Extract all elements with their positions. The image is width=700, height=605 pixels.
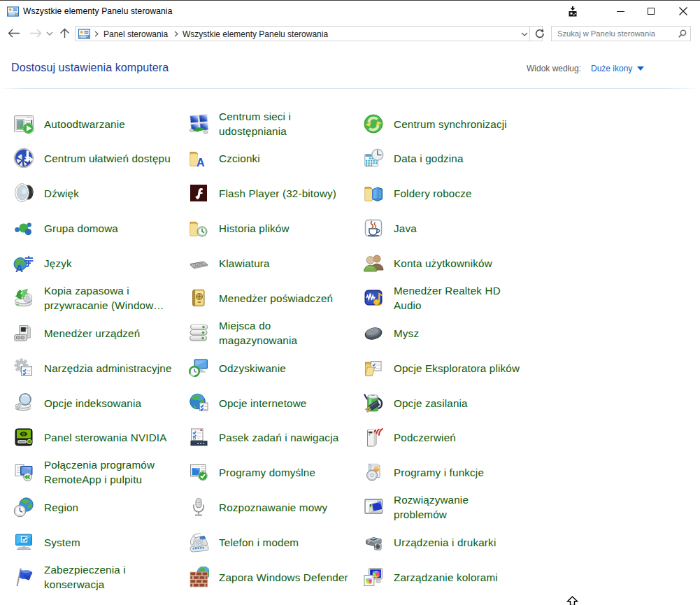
svg-text:A: A [197, 157, 205, 169]
svg-text:A: A [15, 262, 23, 273]
